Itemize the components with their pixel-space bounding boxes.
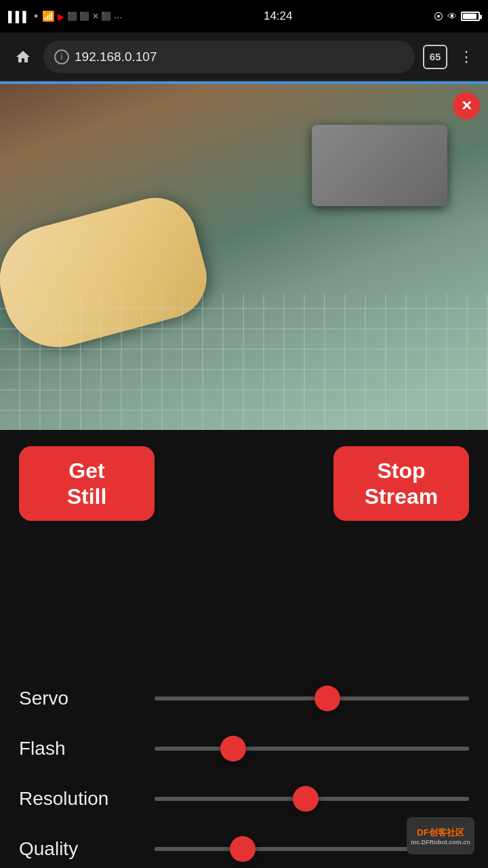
cam-device: [312, 125, 447, 206]
slider-label-resolution: Resolution: [19, 788, 141, 810]
bluetooth-icon: ⦿: [434, 11, 443, 22]
info-icon: i: [54, 50, 69, 64]
slider-row-quality: Quality: [19, 837, 469, 861]
tab-count[interactable]: 65: [423, 45, 447, 69]
slider-track-container-resolution[interactable]: [155, 787, 469, 811]
stop-stream-button[interactable]: Stop Stream: [333, 446, 469, 521]
slider-thumb-resolution[interactable]: [293, 786, 319, 812]
slider-thumb-servo[interactable]: [314, 686, 340, 711]
slider-track-container-servo[interactable]: [155, 686, 469, 711]
cam-grid: [0, 294, 488, 430]
logo-line2: mc.DFRobot.com.cn: [411, 839, 470, 846]
address-bar[interactable]: i 192.168.0.107: [43, 41, 415, 73]
dots-icon: ···: [114, 11, 123, 22]
sim-label: ✦: [33, 12, 39, 21]
slider-label-flash: Flash: [19, 738, 141, 760]
apps-icons: ⬛ ⬛ ✕ ⬛: [67, 12, 111, 21]
signal-icon: ▌▌▌: [8, 11, 30, 22]
slider-track-resolution: [155, 797, 469, 801]
slider-thumb-quality[interactable]: [230, 836, 256, 862]
video-container: ✕: [0, 84, 488, 430]
eye-icon: 👁: [447, 11, 457, 22]
slider-row-servo: Servo: [19, 686, 469, 711]
slider-row-resolution: Resolution: [19, 787, 469, 811]
spacer: [0, 537, 488, 673]
slider-track-servo: [155, 696, 469, 701]
slider-label-quality: Quality: [19, 838, 141, 860]
main-content: ✕ Get Still Stop Stream ServoFlashResolu…: [0, 84, 488, 868]
buttons-row: Get Still Stop Stream: [0, 430, 488, 537]
video-frame: [0, 84, 488, 430]
youtube-icon: ▶: [58, 12, 64, 22]
slider-thumb-flash[interactable]: [220, 736, 246, 762]
slider-row-flash: Flash: [19, 736, 469, 761]
close-button[interactable]: ✕: [453, 92, 480, 119]
status-time: 14:24: [264, 9, 293, 23]
slider-track-flash: [155, 747, 469, 751]
menu-button[interactable]: ⋮: [455, 46, 477, 68]
url-text: 192.168.0.107: [75, 50, 157, 64]
browser-bar: i 192.168.0.107 65 ⋮: [0, 33, 488, 81]
wifi-icon: 📶: [42, 10, 55, 22]
logo-line1: DF创客社区: [417, 827, 464, 839]
status-right: ⦿ 👁: [434, 11, 480, 22]
get-still-button[interactable]: Get Still: [19, 446, 155, 521]
status-bar: ▌▌▌ ✦ 📶 ▶ ⬛ ⬛ ✕ ⬛ ··· 14:24 ⦿ 👁: [0, 0, 488, 33]
dfrobot-logo: DF创客社区 mc.DFRobot.com.cn: [407, 817, 474, 854]
status-left: ▌▌▌ ✦ 📶 ▶ ⬛ ⬛ ✕ ⬛ ···: [8, 10, 122, 22]
slider-track-container-flash[interactable]: [155, 736, 469, 761]
battery-icon: [461, 12, 480, 21]
slider-label-servo: Servo: [19, 688, 141, 709]
home-button[interactable]: [11, 45, 35, 69]
